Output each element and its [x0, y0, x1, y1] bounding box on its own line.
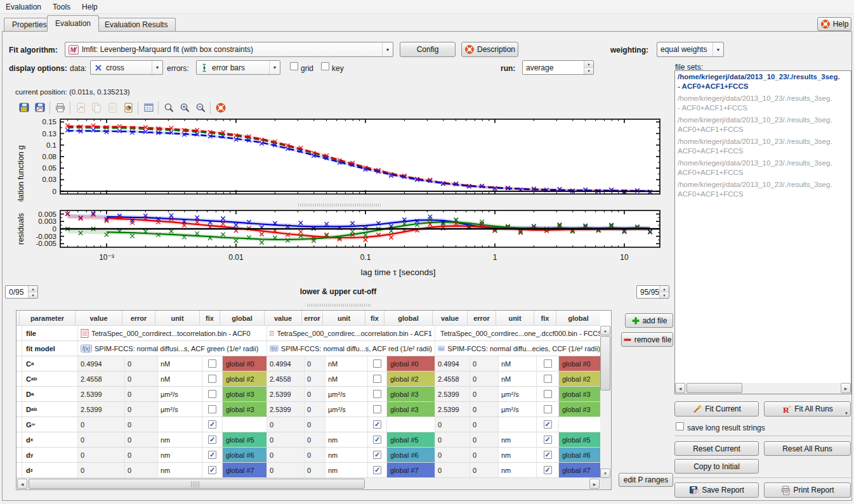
global-cell[interactable]: global #5	[559, 432, 600, 447]
parameter-value-cell[interactable]: 2.5399	[78, 402, 125, 417]
global-cell[interactable]: global #0	[387, 356, 435, 371]
parameter-value-cell[interactable]: 0.4994	[267, 356, 305, 371]
fix-checkbox[interactable]: ✓	[373, 420, 381, 429]
scroll-left-icon[interactable]: ◀	[675, 383, 685, 393]
correlation-plot[interactable]: 0.150.130.10.080.050.030correlation func…	[16, 117, 664, 202]
save-data-icon[interactable]	[16, 100, 32, 115]
parameter-value-cell[interactable]: 0	[435, 432, 470, 447]
scroll-up-icon[interactable]: ▲	[600, 326, 610, 335]
tab-evaluation-results[interactable]: Evaluation Results	[96, 18, 176, 32]
parameter-error-cell[interactable]: 0	[305, 417, 325, 432]
fix-checkbox[interactable]: ✓	[208, 436, 216, 444]
fix-checkbox[interactable]	[544, 405, 552, 413]
fix-checkbox[interactable]	[373, 359, 381, 368]
error-style-select[interactable]: error bars ▼	[196, 60, 280, 75]
fix-checkbox[interactable]	[544, 390, 552, 398]
file-set-item[interactable]: /home/kriegerj/data/2013_10_23/./results…	[675, 157, 851, 179]
fix-checkbox[interactable]: ✓	[208, 420, 216, 429]
fix-checkbox[interactable]	[208, 359, 216, 368]
scroll-down-icon[interactable]: ▼	[600, 468, 610, 478]
fix-checkbox[interactable]	[373, 405, 381, 413]
parameter-value-cell[interactable]: 2.5399	[267, 387, 305, 401]
file-sets-hscrollbar[interactable]: ◀ ▶	[675, 383, 851, 394]
parameter-value-cell[interactable]: 0	[78, 417, 125, 432]
fix-checkbox[interactable]	[373, 375, 381, 383]
reset-all-runs-button[interactable]: Reset All Runs	[764, 441, 851, 456]
run-spinner[interactable]: average ▲▼	[522, 60, 594, 75]
spinner-arrows-icon[interactable]: ▲▼	[584, 61, 593, 74]
menu-help[interactable]: Help	[76, 1, 103, 13]
parameter-value-cell[interactable]: 0	[435, 463, 470, 477]
fix-checkbox[interactable]	[208, 405, 216, 413]
parameter-value-cell[interactable]: 0	[435, 417, 470, 432]
spinner-arrows-icon[interactable]: ▲▼	[659, 286, 669, 298]
global-cell[interactable]: global #3	[387, 387, 435, 401]
global-cell[interactable]: global #2	[559, 372, 600, 386]
fix-checkbox[interactable]: ✓	[208, 451, 216, 459]
print-report-button[interactable]: Print Report	[764, 482, 851, 498]
scroll-right-icon[interactable]: ▶	[589, 479, 600, 489]
scrollbar-thumb[interactable]	[29, 479, 365, 489]
parameter-error-cell[interactable]: 0	[305, 356, 325, 371]
fix-checkbox[interactable]	[544, 375, 552, 383]
scroll-left-icon[interactable]: ◀	[17, 479, 27, 489]
save-plot-icon[interactable]	[32, 100, 48, 115]
global-cell[interactable]: global #2	[387, 372, 435, 386]
residuals-plot[interactable]: 0.0050.0030-0.003-0.00510⁻³0.010.1110lag…	[16, 208, 664, 283]
zoom-all-icon[interactable]	[161, 100, 176, 115]
parameter-value-cell[interactable]: 2.5399	[435, 387, 470, 401]
fix-checkbox[interactable]: ✓	[208, 466, 216, 474]
parameter-error-cell[interactable]: 0	[125, 402, 158, 417]
parameter-error-cell[interactable]: 0	[125, 463, 158, 477]
copy-to-initial-button[interactable]: Copy to Initial	[674, 459, 759, 474]
parameter-value-cell[interactable]: 0	[267, 432, 305, 447]
file-set-item[interactable]: /home/kriegerj/data/2013_10_23/./results…	[675, 179, 851, 200]
parameter-error-cell[interactable]: 0	[125, 432, 158, 447]
global-cell[interactable]: global #3	[223, 402, 267, 417]
parameter-error-cell[interactable]: 0	[125, 372, 158, 386]
global-cell[interactable]: global #5	[387, 432, 435, 447]
global-cell[interactable]: global #0	[223, 356, 267, 371]
parameter-table-body[interactable]: parametervalueerrorunitfixglobalvalueerr…	[16, 311, 600, 478]
export-plot-icon[interactable]	[120, 100, 136, 115]
parameter-error-cell[interactable]: 0	[470, 402, 499, 417]
parameter-error-cell[interactable]: 0	[470, 417, 499, 432]
fix-checkbox[interactable]: ✓	[544, 436, 552, 444]
parameter-value-cell[interactable]: 0	[78, 432, 125, 447]
global-cell[interactable]: global #7	[559, 463, 600, 477]
plot-splitter[interactable]	[16, 202, 664, 207]
global-cell[interactable]: global #6	[387, 448, 435, 462]
global-cell[interactable]: global #6	[559, 448, 600, 462]
parameter-value-cell[interactable]: 2.5399	[435, 402, 470, 417]
parameter-value-cell[interactable]: 2.4558	[435, 372, 470, 386]
parameter-error-cell[interactable]: 0	[125, 387, 158, 401]
fit-all-runs-button[interactable]: R Fit All Runs ▼	[764, 401, 851, 417]
scrollbar-thumb[interactable]	[600, 336, 610, 391]
edit-p-ranges-button[interactable]: edit P ranges	[619, 473, 673, 487]
parameter-error-cell[interactable]: 0	[305, 432, 325, 447]
config-button[interactable]: Config	[400, 42, 456, 57]
scroll-right-icon[interactable]: ▶	[841, 383, 851, 393]
global-cell[interactable]: global #7	[223, 463, 267, 477]
parameter-value-cell[interactable]: 0	[267, 463, 305, 477]
parameter-value-cell[interactable]: 0.4994	[435, 356, 470, 371]
parameter-value-cell[interactable]: 0	[267, 448, 305, 462]
fix-checkbox[interactable]	[208, 390, 216, 398]
parameter-value-cell[interactable]: 2.5399	[78, 387, 125, 401]
file-cell[interactable]: TetraSpec_000_corrdirec...one_.dccf000.b…	[435, 326, 600, 340]
parameter-value-cell[interactable]: 2.5399	[267, 402, 305, 417]
global-cell[interactable]: global #2	[223, 372, 267, 386]
parameter-error-cell[interactable]: 0	[125, 448, 158, 462]
fix-checkbox[interactable]	[373, 390, 381, 398]
parameter-value-cell[interactable]: 2.4558	[78, 372, 125, 386]
help-button[interactable]: Help	[817, 17, 851, 31]
file-cell[interactable]: TetraSpec_000_corrdirect...tocorrelation…	[78, 326, 267, 340]
parameter-value-cell[interactable]: 0	[78, 463, 125, 477]
zoom-in-icon[interactable]	[176, 100, 192, 115]
fit-algorithm-select[interactable]: M lmfit: Levenberg-Marquard fit (with bo…	[65, 42, 393, 57]
section-splitter[interactable]	[3, 302, 674, 308]
fix-checkbox[interactable]: ✓	[373, 436, 381, 444]
description-button[interactable]: Description	[461, 42, 518, 57]
zoom-out-icon[interactable]	[192, 100, 208, 115]
parameter-error-cell[interactable]: 0	[305, 463, 325, 477]
